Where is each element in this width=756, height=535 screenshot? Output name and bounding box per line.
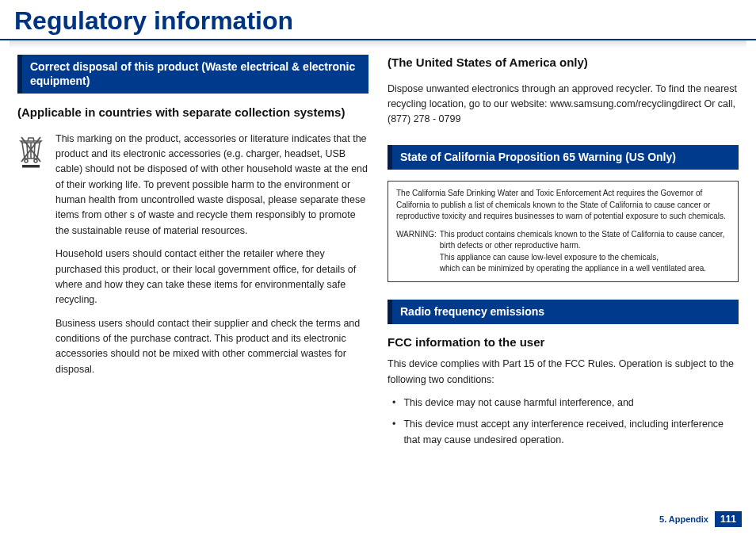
disposal-text-block: This marking on the product, accessories…	[55, 132, 368, 386]
rf-header: Radio frequency emissions	[388, 300, 739, 325]
prop65-warning: WARNING: This product contains chemicals…	[396, 229, 730, 275]
usa-body: Dispose unwanted electronics through an …	[388, 82, 739, 128]
footer: 5. Appendix 111	[659, 511, 742, 527]
svg-rect-7	[22, 165, 40, 168]
right-column: (The United States of America only) Disp…	[388, 55, 739, 454]
prop65-box: The California Safe Drinking Water and T…	[388, 181, 739, 282]
content-columns: Correct disposal of this product (Waste …	[0, 55, 756, 454]
disposal-icon-row: This marking on the product, accessories…	[17, 132, 368, 386]
prop65-intro: The California Safe Drinking Water and T…	[396, 188, 730, 223]
prop65-warning-body: This product contains chemicals known to…	[440, 229, 730, 275]
title-shadow	[10, 40, 746, 48]
disposal-p3: Business users should contact their supp…	[55, 316, 368, 378]
fcc-bullet-2: This device must accept any interference…	[388, 417, 739, 448]
page-number: 111	[715, 511, 742, 527]
disposal-p2: Household users should contact either th…	[55, 246, 368, 308]
fcc-bullets: This device may not cause harmful interf…	[388, 396, 739, 448]
page-title: Regulatory information	[0, 0, 756, 40]
applicable-subheading: (Applicable in countries with separate c…	[17, 105, 368, 120]
fcc-heading: FCC information to the user	[388, 335, 739, 349]
svg-point-3	[25, 159, 28, 162]
footer-section: 5. Appendix	[659, 514, 708, 524]
weee-icon	[17, 132, 46, 386]
prop65-header: State of California Proposition 65 Warni…	[388, 145, 739, 170]
usa-heading: (The United States of America only)	[388, 55, 739, 71]
fcc-body: This device complies with Part 15 of the…	[388, 357, 739, 388]
left-column: Correct disposal of this product (Waste …	[17, 55, 368, 454]
svg-point-4	[34, 159, 37, 162]
fcc-bullet-1: This device may not cause harmful interf…	[388, 396, 739, 411]
prop65-warning-label: WARNING:	[396, 229, 440, 275]
disposal-header: Correct disposal of this product (Waste …	[17, 55, 368, 94]
disposal-p1: This marking on the product, accessories…	[55, 132, 368, 239]
